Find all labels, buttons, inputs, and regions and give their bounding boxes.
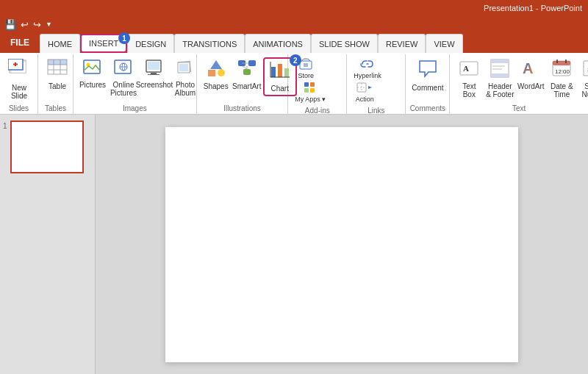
slide-panel: 1 — [0, 115, 96, 374]
myapps-icon — [304, 82, 317, 96]
svg-rect-29 — [243, 69, 251, 75]
hyperlink-icon — [359, 58, 376, 72]
slide-thumb-container: 1 — [3, 121, 92, 173]
main-area: 1 — [0, 115, 588, 374]
myapps-button[interactable]: My Apps ▾ — [293, 81, 328, 104]
comment-icon — [417, 59, 438, 83]
tab-file[interactable]: FILE — [0, 32, 40, 53]
shapes-label: Shapes — [204, 82, 229, 90]
smartart-icon — [237, 59, 257, 82]
table-button[interactable]: Table — [43, 57, 72, 92]
svg-rect-39 — [304, 63, 308, 67]
tab-transitions[interactable]: TRANSITIONS — [174, 34, 245, 53]
datetime-button[interactable]: 12:00 Date &Time — [547, 57, 576, 100]
svg-rect-25 — [208, 70, 215, 76]
header-footer-label: Header& Footer — [486, 82, 514, 98]
comments-label: Comments — [409, 103, 446, 114]
svg-rect-42 — [304, 88, 309, 93]
tab-slideshow[interactable]: SLIDE SHOW — [311, 34, 378, 53]
table-icon — [47, 59, 68, 82]
svg-rect-58 — [553, 61, 570, 65]
text-group-content: A TextBox Header& Footer — [453, 56, 585, 103]
online-pictures-button[interactable]: OnlinePictures — [109, 57, 138, 98]
comments-group-content: Comment — [409, 56, 446, 103]
svg-text:12:00: 12:00 — [555, 68, 570, 75]
action-label: Action — [356, 96, 374, 103]
tab-design[interactable]: DESIGN — [127, 34, 174, 53]
photo-album-button[interactable]: PhotoAlbum — [171, 57, 200, 98]
pictures-icon — [83, 59, 102, 80]
svg-rect-35 — [284, 68, 289, 77]
tables-label: Tables — [41, 103, 70, 114]
comment-button[interactable]: Comment — [410, 57, 445, 93]
wordart-icon: A — [521, 59, 540, 82]
tab-review[interactable]: REVIEW — [378, 34, 426, 53]
table-label: Table — [49, 82, 66, 90]
shapes-button[interactable]: Shapes — [201, 57, 231, 92]
tab-home[interactable]: HOME — [40, 34, 80, 53]
chart-label: Chart — [270, 84, 288, 93]
text-label: Text — [453, 103, 585, 114]
tab-animations[interactable]: ANIMATIONS — [245, 34, 311, 53]
redo-icon[interactable]: ↪ — [32, 19, 43, 30]
svg-marker-24 — [210, 60, 222, 69]
images-group: Pictures OnlinePictures — [74, 54, 197, 114]
svg-rect-52 — [491, 60, 509, 63]
store-icon — [299, 58, 312, 72]
wordart-button[interactable]: A WordArt — [516, 57, 545, 92]
undo-icon[interactable]: ↩ — [19, 19, 30, 30]
svg-text:A: A — [523, 60, 533, 76]
hyperlink-label: Hyperlink — [354, 72, 381, 79]
photo-album-label: PhotoAlbum — [175, 81, 196, 97]
wordart-label: WordArt — [517, 82, 545, 90]
tab-insert[interactable]: INSERT 1 — [80, 34, 127, 53]
new-slide-label: NewSlide — [11, 84, 27, 100]
quick-access-toolbar: 💾 ↩ ↪ ▼ — [0, 16, 588, 32]
svg-rect-23 — [179, 64, 188, 71]
smartart-button[interactable]: SmartArt — [232, 57, 262, 92]
hyperlink-button[interactable]: Hyperlink — [351, 57, 384, 80]
slide-canvas[interactable] — [165, 127, 518, 362]
chart-badge: 2 — [290, 54, 301, 66]
new-slide-icon — [8, 59, 30, 83]
chart-button[interactable]: Chart — [265, 60, 295, 94]
svg-rect-18 — [148, 62, 159, 70]
new-slide-button[interactable]: NewSlide — [4, 57, 34, 101]
links-label: Links — [350, 105, 402, 116]
svg-marker-47 — [368, 86, 372, 89]
slidenumber-button[interactable]: # SlideNum... — [578, 57, 588, 100]
textbox-button[interactable]: A TextBox — [454, 57, 484, 100]
save-icon[interactable]: 💾 — [3, 19, 18, 30]
smartart-label: SmartArt — [232, 82, 261, 90]
images-label: Images — [76, 103, 193, 114]
svg-rect-34 — [278, 64, 282, 77]
photo-album-icon — [176, 59, 195, 80]
svg-rect-41 — [310, 82, 315, 87]
action-icon — [356, 82, 373, 96]
svg-rect-43 — [310, 88, 315, 93]
text-group: A TextBox Header& Footer — [450, 54, 588, 114]
title-text: Presentation1 - PowerPoint — [484, 4, 582, 12]
header-footer-button[interactable]: Header& Footer — [485, 57, 514, 100]
screenshot-button[interactable]: Screenshot — [140, 57, 169, 90]
tab-view[interactable]: VIEW — [426, 34, 462, 53]
comment-label: Comment — [412, 84, 443, 92]
links-group: Hyperlink Action Links — [347, 54, 406, 114]
chart-icon — [270, 61, 290, 84]
slidenumber-icon: # — [583, 59, 588, 82]
action-button[interactable]: Action — [351, 81, 378, 104]
svg-rect-19 — [151, 73, 157, 74]
online-pictures-label: OnlinePictures — [110, 81, 137, 97]
slides-label: Slides — [3, 103, 35, 114]
images-group-content: Pictures OnlinePictures — [76, 56, 193, 103]
ribbon-top: 💾 ↩ ↪ ▼ FILE HOME INSERT 1 DESIGN TRANSI… — [0, 16, 588, 53]
online-pictures-icon — [114, 59, 133, 80]
slide-thumbnail[interactable] — [10, 121, 84, 173]
shapes-icon — [206, 59, 226, 82]
slides-group-content: NewSlide — [3, 56, 35, 103]
svg-text:A: A — [463, 64, 469, 73]
pictures-button[interactable]: Pictures — [78, 57, 107, 90]
dropdown-icon[interactable]: ▼ — [44, 21, 54, 28]
tables-group: Table Tables — [38, 54, 74, 114]
tables-group-content: Table — [41, 56, 70, 103]
